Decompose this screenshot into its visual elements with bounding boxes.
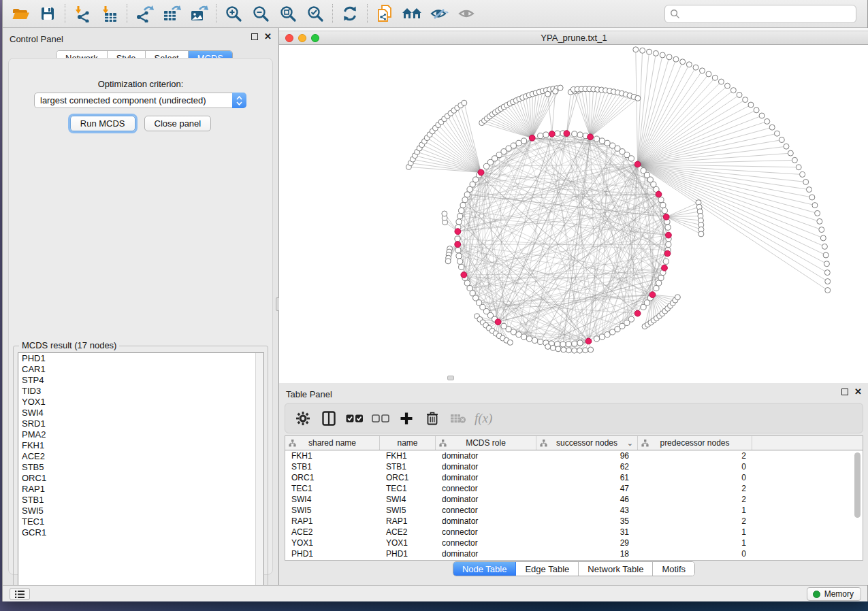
network-titlebar: YPA_prune.txt_1 (279, 31, 868, 45)
network-canvas[interactable] (279, 45, 868, 383)
mcds-result-item[interactable]: CAR1 (18, 364, 263, 375)
run-mcds-button[interactable]: Run MCDS (70, 116, 135, 131)
tab-motifs[interactable]: Motifs (653, 562, 694, 576)
select-all-rows-button[interactable] (345, 408, 364, 429)
show-columns-button[interactable] (319, 408, 338, 429)
mcds-result-item[interactable]: SRD1 (18, 418, 263, 429)
zoom-selected-icon (306, 5, 324, 22)
delete-table-button[interactable] (449, 408, 468, 429)
table-row[interactable]: TEC1TEC1connector472 (285, 483, 863, 494)
table-cell: STB1 (285, 461, 380, 472)
refresh-button[interactable] (336, 2, 364, 25)
table-cell: TEC1 (285, 483, 380, 494)
eye-icon (457, 5, 476, 22)
duplicate-network-button[interactable] (371, 2, 398, 25)
table-settings-button[interactable] (293, 408, 312, 429)
table-cell: ACE2 (380, 527, 436, 538)
table-cell: 2 (638, 450, 752, 461)
table-row[interactable]: RAP1RAP1dominator352 (285, 516, 863, 527)
zoom-selected-button[interactable] (302, 2, 329, 25)
close-panel-icon[interactable]: ✕ (854, 389, 862, 395)
table-row[interactable]: SWI4SWI4dominator462 (285, 494, 863, 505)
mcds-result-item[interactable]: STB1 (18, 495, 263, 506)
table-cell: PHD1 (380, 548, 436, 559)
toolbar-separator (367, 4, 368, 23)
memory-status-icon (813, 591, 820, 598)
table-cell: ORC1 (380, 472, 436, 483)
network-title: YPA_prune.txt_1 (279, 33, 868, 43)
column-header-predecessor-nodes[interactable]: predecessor nodes (638, 436, 752, 450)
table-cell: PHD1 (285, 548, 380, 559)
show-all-button[interactable] (453, 2, 480, 25)
mcds-result-item[interactable]: FKH1 (18, 440, 263, 451)
memory-button[interactable]: Memory (807, 587, 861, 601)
tab-network-table[interactable]: Network Table (579, 562, 653, 576)
column-header-mcds-role[interactable]: MCDS role (436, 436, 536, 450)
close-panel-button[interactable]: Close panel (144, 116, 212, 131)
mcds-result-item[interactable]: PMA2 (18, 429, 263, 440)
chevron-up-down-icon (232, 93, 246, 108)
close-panel-icon[interactable]: ✕ (264, 33, 272, 40)
mcds-result-item[interactable]: SWI5 (18, 506, 263, 516)
table-row[interactable]: YOX1YOX1connector291 (285, 538, 863, 548)
zoom-out-button[interactable] (247, 2, 274, 25)
mcds-result-item[interactable]: PHD1 (18, 353, 263, 364)
mcds-result-item[interactable]: ACE2 (18, 451, 263, 462)
search-input[interactable] (680, 9, 851, 19)
create-column-button[interactable] (397, 408, 416, 429)
toolbar-separator (127, 4, 127, 23)
duplicate-network-icon (376, 4, 393, 23)
first-neighbors-button[interactable] (398, 2, 425, 25)
horizontal-splitter-handle[interactable] (447, 376, 454, 380)
table-cell: 35 (536, 516, 638, 527)
table-cell: 61 (536, 472, 638, 483)
table-row[interactable]: FKH1FKH1dominator962 (285, 450, 863, 461)
table-scrollbar[interactable] (854, 452, 861, 559)
mcds-result-item[interactable]: SWI4 (18, 408, 263, 418)
import-network-button[interactable] (69, 2, 96, 25)
table-cell: 1 (638, 538, 752, 548)
save-session-button[interactable] (34, 2, 61, 25)
float-panel-icon[interactable] (251, 33, 258, 40)
column-header-name[interactable]: name (380, 436, 436, 450)
float-panel-icon[interactable] (841, 389, 848, 395)
table-cell: 31 (536, 527, 638, 538)
table-scrollbar-thumb[interactable] (854, 452, 861, 518)
tab-edge-table[interactable]: Edge Table (516, 562, 579, 576)
zoom-fit-button[interactable] (274, 2, 302, 25)
table-cell: TEC1 (380, 483, 436, 494)
import-table-button[interactable] (96, 2, 123, 25)
table-row[interactable]: SWI5SWI5connector431 (285, 505, 863, 516)
deselect-all-rows-button[interactable] (371, 408, 390, 429)
table-cell: 2 (638, 516, 752, 527)
table-row[interactable]: PHD1PHD1dominator180 (285, 548, 863, 559)
tab-node-table[interactable]: Node Table (453, 562, 517, 576)
mcds-result-item[interactable]: GCR1 (18, 527, 263, 538)
export-network-button[interactable] (131, 2, 158, 25)
table-row[interactable]: ORC1ORC1dominator610 (285, 472, 863, 483)
table-row[interactable]: ACE2ACE2connector311 (285, 527, 863, 538)
mcds-result-item[interactable]: RAP1 (18, 484, 263, 495)
column-header-shared-name[interactable]: shared name (285, 436, 380, 450)
export-table-button[interactable] (158, 2, 185, 25)
function-builder-icon[interactable]: f(x) (475, 411, 492, 426)
mcds-result-item[interactable]: STB5 (18, 462, 263, 473)
optimization-criterion-select[interactable]: largest connected component (undirected) (34, 93, 246, 108)
mcds-result-item[interactable]: ORC1 (18, 473, 263, 484)
mcds-result-item[interactable]: TID3 (18, 386, 263, 397)
hide-selected-button[interactable] (425, 2, 453, 25)
table-cell: ACE2 (285, 527, 380, 538)
export-image-button[interactable] (185, 2, 212, 25)
open-session-button[interactable] (7, 2, 34, 25)
show-panels-button[interactable] (10, 588, 30, 600)
mcds-result-item[interactable]: TEC1 (18, 516, 263, 527)
delete-column-button[interactable] (423, 408, 442, 429)
table-header-row: shared name name MCDS role successor nod… (285, 436, 863, 450)
column-header-successor-nodes[interactable]: successor nodes ⌄ (536, 436, 638, 450)
mcds-list-scrollbar[interactable] (255, 353, 263, 593)
mcds-result-item[interactable]: YOX1 (18, 397, 263, 408)
column-header-filler (752, 436, 863, 450)
mcds-result-item[interactable]: STP4 (18, 375, 263, 386)
zoom-in-button[interactable] (220, 2, 247, 25)
table-row[interactable]: STB1STB1dominator620 (285, 461, 863, 472)
